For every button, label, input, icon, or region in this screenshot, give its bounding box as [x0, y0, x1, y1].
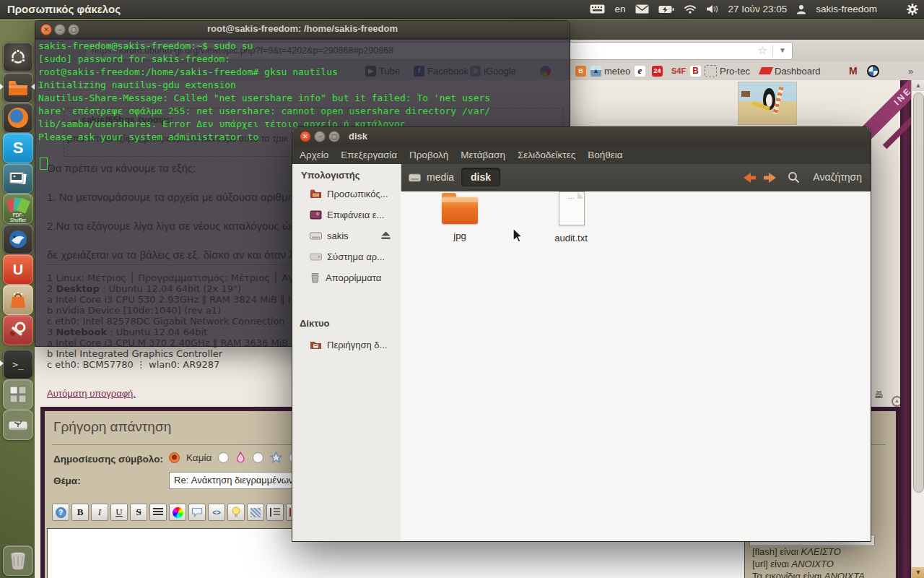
battery-icon[interactable] — [658, 5, 674, 14]
terminal-launcher[interactable]: >_ — [3, 349, 33, 379]
scrollbar-thumb[interactable] — [913, 92, 924, 493]
font-color-button[interactable] — [169, 504, 186, 521]
keyboard-icon[interactable] — [590, 4, 605, 14]
code-button[interactable]: <> — [208, 504, 225, 521]
dash-home-button[interactable] — [3, 42, 33, 72]
user-icon — [796, 4, 806, 14]
quote-lines-button[interactable] — [149, 504, 167, 521]
nautilus-titlebar[interactable]: ✕ – ▢ disk — [292, 127, 871, 146]
workspace-switcher-launcher[interactable] — [3, 379, 33, 410]
external-drive-launcher[interactable] — [3, 410, 33, 440]
strike-button[interactable]: S — [130, 504, 147, 521]
eject-icon[interactable] — [380, 230, 391, 240]
color-wheel-icon — [173, 507, 183, 518]
sidebar-item-network-browse[interactable]: Περιήγηση δ... — [292, 335, 401, 354]
radio-star[interactable] — [253, 452, 263, 463]
drive-crumb-icon — [409, 173, 421, 183]
quote-button[interactable] — [188, 504, 206, 521]
terminal-cursor — [40, 158, 48, 170]
bookmark-bmw[interactable] — [867, 61, 879, 80]
search-label[interactable]: Αναζήτηση — [813, 171, 862, 183]
e-icon: e — [635, 66, 645, 77]
clock[interactable]: 27 Ιούν 23:05 — [728, 4, 788, 14]
file-label: jpg — [442, 230, 478, 241]
bookmark-24[interactable]: 24 — [652, 61, 663, 80]
lightbulb-icon — [231, 506, 241, 518]
breadcrumb-disk[interactable]: disk — [461, 168, 500, 186]
print-topic-icon[interactable]: 🖶 — [874, 389, 884, 400]
italic-button[interactable]: I — [91, 504, 108, 521]
sidebar-item-filesystem[interactable]: Σύστημα αρ... — [292, 247, 401, 266]
menu-edit[interactable]: Επεξεργασία — [341, 150, 397, 160]
bookmark-s4f[interactable]: S4F — [671, 61, 686, 80]
bmw-icon — [867, 65, 879, 77]
desktop-icon — [310, 210, 322, 220]
gear-icon[interactable] — [907, 4, 918, 15]
menu-view[interactable]: Προβολή — [409, 150, 448, 160]
close-icon[interactable]: ✕ — [300, 131, 311, 142]
trash-can-icon — [9, 551, 27, 570]
bookmark-m[interactable]: M — [849, 61, 858, 80]
volume-icon[interactable] — [706, 4, 719, 14]
workspace-grid-icon — [9, 386, 27, 403]
skype-launcher[interactable]: S — [3, 133, 33, 163]
menu-bookmarks[interactable]: Σελιδοδείκτες — [518, 150, 575, 160]
system-tools-launcher[interactable] — [3, 315, 33, 345]
menu-file[interactable]: Αρχείο — [300, 150, 328, 160]
back-icon[interactable] — [741, 172, 757, 184]
urlbar-dropdown-icon[interactable]: ▼ — [779, 46, 786, 54]
terminal-titlebar[interactable]: ✕ – ▢ root@sakis-freedom: /home/sakis-fr… — [35, 21, 570, 38]
firefox-launcher[interactable] — [3, 103, 33, 133]
breadcrumb-media[interactable]: media — [427, 171, 454, 183]
bookmark-blogger[interactable]: B — [575, 61, 586, 80]
forward-icon[interactable] — [763, 172, 778, 184]
bookmark-pro-tec[interactable]: Pro-tec — [705, 61, 750, 80]
thunderbird-launcher[interactable] — [3, 224, 33, 254]
shotwell-launcher[interactable] — [3, 163, 33, 194]
drive-icon — [310, 230, 322, 241]
bookmark-meteo[interactable]: ▲ meteo — [590, 61, 630, 80]
ubuntu-one-launcher[interactable]: U — [3, 254, 33, 285]
quote-lines-icon — [153, 508, 163, 517]
radio-fire[interactable] — [218, 452, 229, 463]
underline-button[interactable]: U — [110, 504, 128, 521]
bookmark-dashboard[interactable]: Dashboard — [760, 61, 821, 80]
image-button[interactable] — [247, 504, 264, 521]
keyboard-layout-label[interactable]: en — [614, 4, 625, 14]
menubar: Αρχείο Επεξεργασία Προβολή Μετάβαση Σελι… — [292, 146, 871, 164]
sidebar-item-trash[interactable]: Απορρίμματα — [292, 268, 401, 287]
bookmark-star-icon[interactable]: ☆ — [758, 44, 767, 57]
menu-go[interactable]: Μετάβαση — [461, 150, 505, 160]
nautilus-window: ✕ – ▢ disk Αρχείο Επεξεργασία Προβολή Με… — [292, 126, 871, 542]
sidebar-item-desktop[interactable]: Επιφάνεια ε... — [292, 205, 401, 224]
bookmark-b[interactable]: B — [690, 61, 701, 80]
pdf-shuffler-launcher[interactable]: PDF-Shuffler — [3, 194, 33, 224]
hint-button[interactable] — [227, 504, 245, 521]
file-view[interactable]: jpg ⋯ audit.txt — [401, 191, 871, 541]
session-username[interactable]: sakis-freedom — [816, 4, 877, 14]
terminal-line: Nautilus-Share-Message: Called "net user… — [38, 92, 570, 105]
maximize-icon[interactable]: ▢ — [328, 131, 340, 142]
minimize-icon[interactable]: – — [314, 131, 326, 142]
bold-button[interactable]: B — [71, 504, 89, 521]
bookmark-e[interactable]: e — [635, 61, 645, 80]
folder-icon — [442, 197, 478, 224]
trash-launcher[interactable] — [3, 545, 33, 576]
scroll-down-icon[interactable]: ▼ — [912, 567, 924, 578]
help-button[interactable]: ? — [52, 504, 69, 521]
search-icon[interactable] — [788, 171, 800, 184]
menu-help[interactable]: Βοήθεια — [588, 150, 622, 160]
sidebar-item-home[interactable]: Προσωπικός... — [292, 184, 401, 203]
radio-none[interactable] — [169, 452, 180, 463]
bookmarks-overflow-chevron[interactable]: » — [908, 61, 913, 80]
auto-signature-link[interactable]: Αυτόματη υπογραφή. — [47, 387, 136, 400]
page-scrollbar[interactable]: ▲ ▼ — [911, 80, 924, 578]
bullet-list-button[interactable] — [266, 504, 284, 521]
overflow-label: » — [908, 66, 913, 77]
files-launcher[interactable] — [3, 72, 33, 103]
mail-icon[interactable] — [635, 4, 649, 14]
scroll-up-icon[interactable]: ▲ — [912, 80, 924, 91]
software-center-launcher[interactable] — [3, 285, 33, 315]
terminal-icon: >_ — [12, 359, 24, 370]
wifi-icon[interactable] — [684, 4, 697, 14]
